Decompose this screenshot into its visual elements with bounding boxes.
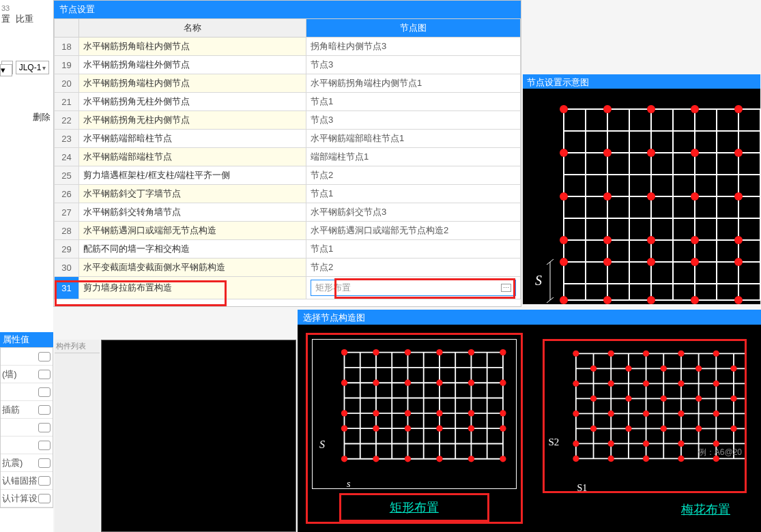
row-diagram[interactable]: 拐角暗柱内侧节点3 <box>306 38 520 56</box>
svg-point-126 <box>625 366 631 372</box>
rect-caption: 矩形布置 <box>341 495 487 520</box>
checkbox[interactable] <box>38 370 51 379</box>
table-row[interactable]: 25剪力墙遇框架柱/框支柱/端柱平齐一侧节点2 <box>55 166 521 185</box>
left-weight[interactable]: 比重 <box>16 13 33 25</box>
table-row[interactable]: 18水平钢筋拐角暗柱内侧节点拐角暗柱内侧节点3 <box>55 38 521 56</box>
row-diagram[interactable]: 节点2 <box>306 258 520 277</box>
svg-point-81 <box>436 380 442 386</box>
left-set[interactable]: 置 <box>1 13 10 25</box>
svg-point-145 <box>590 426 596 432</box>
delete-button[interactable]: 删除 <box>0 110 53 125</box>
row-name: 水平钢筋斜交丁字墙节点 <box>79 185 306 203</box>
svg-point-35 <box>560 236 568 244</box>
svg-point-101 <box>500 456 506 462</box>
jlq-select[interactable]: JLQ-1 <box>16 61 50 74</box>
checkbox[interactable] <box>38 441 51 450</box>
svg-point-48 <box>691 296 699 304</box>
svg-point-132 <box>642 381 648 387</box>
table-row[interactable]: 27水平钢筋斜交转角墙节点水平钢筋斜交节点3 <box>55 203 521 222</box>
thumb-quincunx[interactable]: S2 S1 例：A6@20 梅花布置 <box>536 333 753 524</box>
svg-point-140 <box>573 411 579 417</box>
svg-point-100 <box>468 456 474 462</box>
col-diagram[interactable]: 节点图 <box>306 19 520 38</box>
svg-point-47 <box>647 296 655 304</box>
row-diagram[interactable]: 节点1 <box>306 185 520 203</box>
row-name: 水平钢筋端部端柱节点 <box>79 148 306 166</box>
svg-point-74 <box>405 349 411 355</box>
row-diagram[interactable]: 节点3 <box>306 56 520 74</box>
svg-point-123 <box>678 351 684 357</box>
svg-point-144 <box>713 411 719 417</box>
svg-point-37 <box>647 236 655 244</box>
svg-point-143 <box>678 411 684 417</box>
table-row[interactable]: 23水平钢筋端部暗柱节点水平钢筋端部暗柱节点1 <box>55 130 521 148</box>
checkbox[interactable] <box>38 423 51 432</box>
component-list: 构件列表 <box>55 340 100 532</box>
table-row[interactable]: 19水平钢筋拐角端柱外侧节点节点3 <box>55 56 521 74</box>
node-settings-panel: 节点设置 名称 节点图 18水平钢筋拐角暗柱内侧节点拐角暗柱内侧节点319水平钢… <box>53 0 521 307</box>
svg-point-151 <box>607 441 614 447</box>
bar-head: 构件列表 <box>55 340 100 353</box>
svg-point-31 <box>603 192 612 201</box>
checkbox[interactable] <box>38 458 51 468</box>
attr-header: 属性值 <box>0 332 53 347</box>
svg-point-152 <box>642 441 648 447</box>
row-name: 水平钢筋拐角无柱外侧节点 <box>79 93 306 111</box>
svg-point-73 <box>373 349 379 355</box>
svg-point-25 <box>560 149 568 157</box>
svg-point-82 <box>468 380 474 386</box>
table-row[interactable]: 26水平钢筋斜交丁字墙节点节点1 <box>55 185 521 203</box>
mini-canvas <box>101 340 296 532</box>
s2-label: S2 <box>549 437 560 448</box>
svg-point-141 <box>607 411 614 417</box>
row-number: 30 <box>55 258 79 277</box>
row-number: 28 <box>55 222 79 240</box>
svg-point-148 <box>695 426 702 432</box>
svg-point-44 <box>734 258 743 266</box>
row-diagram[interactable]: 节点3 <box>306 111 520 130</box>
row-diagram[interactable]: 水平钢筋斜交节点3 <box>306 203 520 222</box>
svg-point-84 <box>341 410 347 416</box>
checkbox[interactable] <box>38 405 51 415</box>
col-name[interactable]: 名称 <box>79 19 306 38</box>
svg-point-93 <box>436 426 442 432</box>
row-number: 22 <box>55 111 79 130</box>
svg-point-97 <box>373 456 379 462</box>
svg-point-36 <box>603 236 612 244</box>
table-row[interactable]: 21水平钢筋拐角无柱外侧节点节点1 <box>55 93 521 111</box>
svg-point-94 <box>468 426 474 432</box>
row-name: 水平钢筋端部暗柱节点 <box>79 130 306 148</box>
table-row[interactable]: 24水平钢筋端部端柱节点端部端柱节点1 <box>55 148 521 166</box>
svg-point-77 <box>500 349 506 355</box>
table-row[interactable]: 20水平钢筋拐角端柱内侧节点水平钢筋拐角端柱内侧节点1 <box>55 74 521 93</box>
row-diagram[interactable]: 节点2 <box>306 166 520 185</box>
table-row[interactable]: 22水平钢筋拐角无柱内侧节点节点3 <box>55 111 521 130</box>
svg-point-131 <box>607 381 614 387</box>
row-diagram[interactable]: 水平钢筋遇洞口或端部无节点构造2 <box>306 222 520 240</box>
svg-point-135 <box>590 396 596 402</box>
attr-label: 插筋 <box>1 404 38 416</box>
thumb-rect[interactable]: S s 矩形布置 <box>306 333 523 524</box>
checkbox[interactable] <box>38 352 51 361</box>
row-number: 27 <box>55 203 79 222</box>
svg-point-46 <box>603 296 612 304</box>
row-diagram[interactable]: 水平钢筋端部暗柱节点1 <box>306 130 520 148</box>
row-diagram[interactable]: 节点1 <box>306 240 520 258</box>
highlight-input-box <box>334 278 515 299</box>
svg-point-27 <box>647 149 655 157</box>
row-diagram[interactable]: 节点1 <box>306 93 520 111</box>
row-diagram[interactable]: 水平钢筋拐角端柱内侧节点1 <box>306 74 520 93</box>
table-row[interactable]: 28水平钢筋遇洞口或端部无节点构造水平钢筋遇洞口或端部无节点构造2 <box>55 222 521 240</box>
dropdown-caret-button[interactable]: ▾ <box>0 64 12 76</box>
svg-point-122 <box>642 351 648 357</box>
checkbox[interactable] <box>38 387 51 397</box>
checkbox[interactable] <box>38 494 51 503</box>
svg-point-29 <box>734 149 743 157</box>
checkbox[interactable] <box>38 476 51 486</box>
row-diagram[interactable]: 端部端柱节点1 <box>306 148 520 166</box>
attr-label: 认锚固搭... <box>1 475 38 487</box>
svg-point-157 <box>642 456 648 462</box>
svg-point-142 <box>642 411 648 417</box>
table-row[interactable]: 30水平变截面墙变截面侧水平钢筋构造节点2 <box>55 258 521 277</box>
table-row[interactable]: 29配筋不同的墙一字相交构造节点1 <box>55 240 521 258</box>
